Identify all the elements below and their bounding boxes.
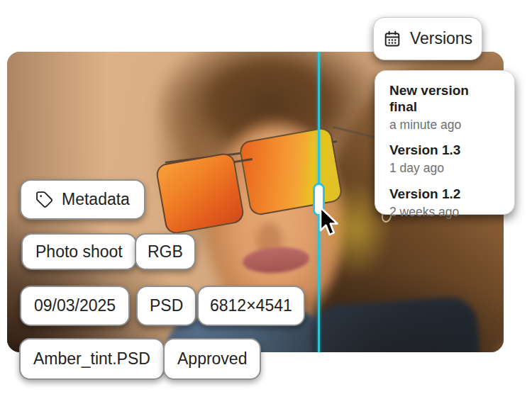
versions-button-label: Versions xyxy=(410,29,472,48)
version-list-item[interactable]: Version 1.3 1 day ago xyxy=(389,142,500,176)
version-name: New version final xyxy=(389,83,500,116)
version-list-item[interactable]: Version 1.2 2 weeks ago xyxy=(389,186,500,220)
tag-icon xyxy=(35,191,53,208)
versions-button[interactable]: Versions xyxy=(373,17,482,60)
version-timestamp: 2 weeks ago xyxy=(389,205,500,220)
chip-file-name[interactable]: Amber_tint.PSD xyxy=(19,338,165,380)
chip-status[interactable]: Approved xyxy=(163,338,261,380)
chip-photo-shoot[interactable]: Photo shoot xyxy=(21,233,137,270)
metadata-button[interactable]: Metadata xyxy=(20,179,145,220)
mouse-cursor-icon xyxy=(318,206,342,239)
asset-versioning-screen: Versions New version final a minute ago … xyxy=(0,0,532,399)
chip-date[interactable]: 09/03/2025 xyxy=(20,286,130,326)
version-list-item[interactable]: New version final a minute ago xyxy=(389,83,500,133)
version-name: Version 1.3 xyxy=(389,142,500,159)
chip-file-type[interactable]: PSD xyxy=(136,286,196,326)
version-timestamp: 1 day ago xyxy=(389,161,500,176)
metadata-button-label: Metadata xyxy=(62,190,130,209)
versions-panel: New version final a minute ago Version 1… xyxy=(375,70,515,215)
chip-dimensions[interactable]: 6812×4541 xyxy=(197,286,305,326)
version-timestamp: a minute ago xyxy=(389,118,500,133)
calendar-icon xyxy=(383,30,401,48)
version-name: Version 1.2 xyxy=(389,186,500,203)
chip-color-mode[interactable]: RGB xyxy=(135,233,196,270)
